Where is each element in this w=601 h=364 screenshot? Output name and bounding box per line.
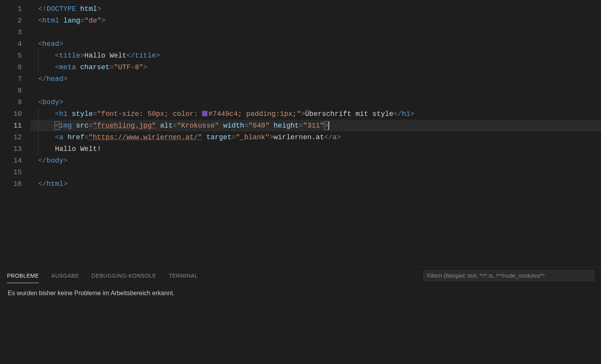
code-token: [202, 133, 206, 141]
code-token: head: [42, 40, 59, 48]
code-token: style: [72, 110, 93, 118]
code-token: =: [84, 133, 89, 141]
line-number: 13: [0, 143, 30, 155]
code-token: >: [63, 75, 68, 83]
line-number: 16: [0, 178, 30, 190]
panel-tabs: PROBLEME AUSGABE DEBUGGING-KONSOLE TERMI…: [0, 267, 601, 284]
code-token: [76, 63, 80, 71]
code-content[interactable]: <!DOCTYPE html><html lang="de"><head> <t…: [30, 0, 601, 267]
code-line[interactable]: Hallo Welt!: [30, 143, 601, 155]
code-token: "font-size: 50px; color:: [97, 110, 202, 118]
line-number: 14: [0, 155, 30, 166]
code-line[interactable]: <img src="fruehling.jpg" alt="Krokusse" …: [30, 120, 601, 131]
code-token: "UTF-8": [114, 63, 144, 71]
code-line[interactable]: <body>: [30, 96, 601, 108]
code-token: html: [47, 180, 63, 188]
code-token: >: [410, 110, 415, 118]
code-line[interactable]: [30, 166, 601, 178]
code-token: height: [274, 122, 299, 130]
tab-terminal[interactable]: TERMINAL: [169, 269, 198, 283]
code-token: >: [337, 133, 341, 141]
tab-ausgabe[interactable]: AUSGABE: [51, 269, 79, 283]
code-token: "Krokusse": [177, 122, 219, 130]
code-token: charset: [80, 63, 110, 71]
code-token: </: [38, 75, 47, 83]
code-line[interactable]: <html lang="de">: [30, 15, 601, 26]
code-line[interactable]: <head>: [30, 38, 601, 50]
tab-probleme[interactable]: PROBLEME: [7, 269, 39, 283]
code-token: >: [97, 5, 101, 13]
code-token: [72, 122, 76, 130]
code-token: meta: [59, 63, 76, 71]
code-line[interactable]: <meta charset="UTF-8">: [30, 61, 601, 73]
code-token: "https://www.wirlernen.at/": [89, 133, 202, 141]
code-token: =: [299, 122, 303, 130]
code-token: [269, 122, 274, 130]
code-line[interactable]: </body>: [30, 155, 601, 166]
code-token: [219, 122, 223, 130]
code-token: >: [80, 52, 84, 60]
line-number: 10: [0, 108, 30, 120]
code-token: </: [38, 180, 47, 188]
code-token: title: [59, 52, 80, 60]
code-token: <: [55, 63, 59, 71]
code-token: >: [63, 180, 68, 188]
code-token: [59, 17, 63, 24]
line-number: 4: [0, 38, 30, 50]
code-token: [156, 122, 160, 130]
text-cursor: [329, 121, 329, 130]
line-number: 3: [0, 26, 30, 38]
line-number: 7: [0, 73, 30, 85]
line-number: 1: [0, 3, 30, 15]
code-line[interactable]: </html>: [30, 178, 601, 190]
code-token: <: [38, 98, 42, 106]
code-token: >: [269, 133, 274, 141]
code-token: head: [47, 75, 63, 83]
code-token: h1: [59, 110, 68, 118]
code-token: a: [332, 133, 337, 141]
tab-debugging-konsole[interactable]: DEBUGGING-KONSOLE: [91, 269, 156, 283]
code-token: body: [47, 157, 63, 164]
editor-area[interactable]: 12345678910111213141516 <!DOCTYPE html><…: [0, 0, 601, 267]
code-token: >: [301, 110, 305, 118]
code-token: h1: [402, 110, 410, 118]
code-line[interactable]: <a href="https://www.wirlernen.at/" targ…: [30, 131, 601, 143]
code-token: lang: [63, 17, 80, 24]
code-token: a: [59, 133, 63, 141]
code-line[interactable]: <title>Hallo Welt</title>: [30, 50, 601, 61]
line-number: 9: [0, 96, 30, 108]
code-line[interactable]: [30, 26, 601, 38]
code-line[interactable]: <!DOCTYPE html>: [30, 3, 601, 15]
color-swatch[interactable]: [202, 111, 207, 116]
code-token: Überschrift mit style: [305, 110, 394, 118]
code-token: "311": [303, 122, 324, 130]
code-token: img: [59, 122, 72, 130]
code-token: <: [55, 52, 59, 60]
code-token: title: [135, 52, 156, 60]
line-number: 6: [0, 61, 30, 73]
code-token: <: [55, 110, 59, 118]
line-number: 5: [0, 50, 30, 61]
code-token: src: [76, 122, 88, 130]
code-token: >: [143, 63, 148, 71]
code-token: =: [244, 122, 248, 130]
code-line[interactable]: [30, 85, 601, 96]
code-token: href: [68, 133, 84, 141]
code-line[interactable]: </head>: [30, 73, 601, 85]
line-number: 12: [0, 131, 30, 143]
code-token: "640": [248, 122, 269, 130]
code-token: [63, 133, 68, 141]
code-token: "fruehling.jpg": [93, 122, 156, 130]
code-token: wirlernen.at: [274, 133, 324, 141]
code-token: </: [127, 52, 135, 60]
code-token: alt: [160, 122, 172, 130]
code-token: >: [156, 52, 160, 60]
code-token: width: [223, 122, 244, 130]
filter-input[interactable]: [424, 270, 594, 281]
code-line[interactable]: <h1 style="font-size: 50px; color: #7449…: [30, 108, 601, 120]
line-number-gutter: 12345678910111213141516: [0, 0, 30, 267]
code-token: >: [59, 40, 63, 48]
code-token: =: [232, 133, 236, 141]
code-token: >: [101, 17, 105, 24]
panel-message: Es wurden bisher keine Probleme im Arbei…: [0, 284, 601, 302]
